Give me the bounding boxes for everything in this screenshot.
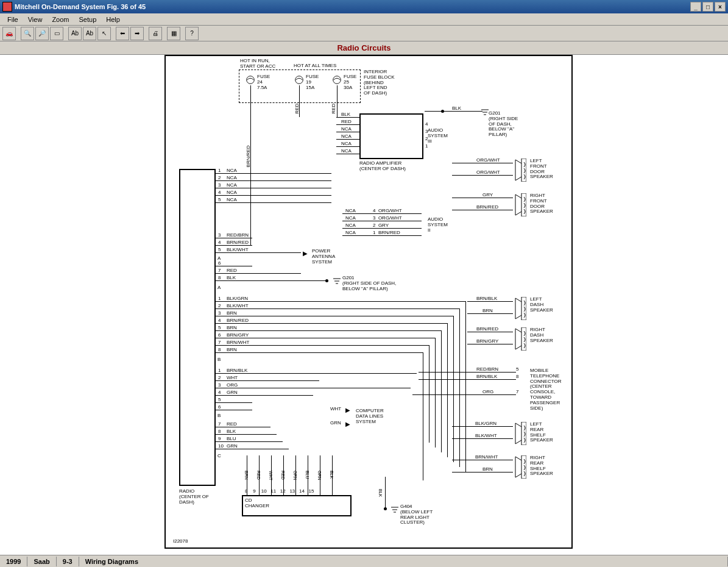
menu-setup[interactable]: Setup — [74, 15, 102, 24]
tb-text1-icon[interactable]: Ab — [68, 27, 82, 40]
menu-bar: File View Zoom Setup Help — [0, 13, 728, 26]
label-radio-amp: RADIO AMPLIFIER (CENTER OF DASH) — [359, 161, 406, 172]
wire-nca: NCA — [341, 127, 352, 132]
svg-rect-3 — [521, 159, 526, 182]
minimize-button[interactable]: _ — [690, 2, 701, 12]
label-radio: RADIO (CENTER OF DASH) — [179, 489, 209, 505]
label-interior-block: INTERIOR FUSE BLOCK (BEHIND LEFT END OF … — [364, 70, 395, 96]
diagram-canvas: HOT IN RUN, START OR ACC HOT AT ALL TIME… — [0, 55, 728, 555]
wire-brnwht-rr: BRN/WHT — [475, 455, 498, 460]
amp-pin1: 1 — [425, 144, 428, 149]
fuse-25-icon — [331, 74, 342, 85]
label-mobile: MOBILE TELEPHONE CONNECTOR (CENTER CONSO… — [530, 368, 561, 411]
svg-point-2 — [333, 76, 341, 84]
tb-zoom-in-icon[interactable]: 🔎 — [35, 27, 49, 40]
maximize-button[interactable]: □ — [702, 2, 713, 12]
pin-e9: 9 — [218, 437, 221, 442]
wire-org-mb: ORG — [482, 390, 493, 395]
pin-a4: 4 — [218, 190, 221, 196]
pin-d1: 1 — [218, 368, 221, 374]
wire — [447, 323, 448, 457]
wire — [332, 455, 333, 495]
wire-brnblk: BRN/BLK — [227, 368, 247, 374]
sys2-2: 2 GRY — [373, 223, 389, 229]
tb-page-icon[interactable]: ▦ — [167, 27, 180, 40]
pin-c8: 8 — [218, 348, 221, 353]
label-hot-run: HOT IN RUN, START OR ACC — [240, 59, 275, 70]
wire-red-v2: RED — [331, 104, 337, 114]
tb-help-icon[interactable]: ? — [185, 27, 199, 40]
pin-e10: 10 — [218, 444, 224, 449]
tb-print-icon[interactable]: 🖨 — [149, 27, 162, 40]
cd-wire-brn: BRN — [244, 471, 249, 480]
diagram-frame: HOT IN RUN, START OR ACC HOT AT ALL TIME… — [164, 55, 573, 549]
status-make: Saab — [27, 557, 56, 566]
lf-speaker-icon — [513, 159, 526, 182]
label-ld-spk: LEFT DASH SPEAKER — [530, 297, 553, 313]
close-button[interactable]: × — [715, 2, 726, 12]
pin-e7: 7 — [218, 422, 221, 427]
wire — [423, 352, 423, 480]
wire — [441, 330, 442, 452]
label-g404: G404 (BELOW LEFT REAR LIGHT CLUSTER) — [400, 504, 433, 526]
wire-orgwht-lf: ORG/WHT — [476, 158, 500, 163]
wire-brnred2: BRN/RED — [227, 318, 249, 324]
wire — [216, 352, 423, 353]
pin-b3: 3 — [218, 233, 221, 238]
wire-brn: BRN — [227, 311, 237, 316]
wire-blk-g404: BLK — [378, 489, 383, 497]
wire-brnred-rf: BRN/RED — [476, 205, 498, 210]
svg-rect-4 — [521, 193, 526, 216]
wire-a3: NCA — [227, 183, 237, 188]
svg-point-0 — [247, 76, 255, 84]
wire-red2: RED — [227, 422, 237, 427]
fuse-19-icon — [294, 74, 305, 85]
wire — [419, 372, 516, 373]
wire — [216, 301, 465, 302]
ground-g404-icon — [391, 506, 398, 513]
tb-text2-icon[interactable]: Ab — [83, 27, 96, 40]
cd-wire-grn2: GRN — [317, 471, 322, 480]
pin-a2: 2 — [218, 176, 221, 181]
amp-pin3: 3 — [425, 129, 428, 135]
pin-c2: 2 — [218, 304, 221, 309]
menu-help[interactable]: Help — [101, 15, 125, 24]
title-bar: Mitchell On-Demand System Fig. 36 of 45 … — [0, 0, 728, 13]
wire — [216, 266, 252, 266]
wire-nca-s1: NCA — [345, 209, 356, 214]
wire-brnwht: BRN/WHT — [227, 340, 249, 346]
status-model: 9-3 — [57, 557, 79, 566]
wire-brn3: BRN — [227, 348, 237, 353]
tb-back-icon[interactable]: ⬅ — [116, 27, 129, 40]
wire-wht-cdl: WHT — [330, 407, 341, 412]
wire-redbrn-mb: RED/BRN — [476, 367, 498, 373]
label-rf-spk: RIGHT FRONT DOOR SPEAKER — [530, 193, 553, 215]
tb-zoom-out-icon[interactable]: 🔍 — [21, 27, 34, 40]
wire-blkwht: BLK/WHT — [227, 248, 249, 253]
wire-blkgrn: BLK/GRN — [227, 296, 248, 302]
wire — [337, 85, 337, 117]
tb-zoom-fit-icon[interactable]: ▭ — [50, 27, 63, 40]
pin-a5: 5 — [218, 198, 221, 203]
wire-brnred-rd: BRN/RED — [476, 327, 498, 332]
wire — [412, 394, 516, 395]
wire-redbrn: RED/BRN — [227, 233, 249, 238]
tb-car-icon[interactable]: 🚗 — [2, 27, 16, 40]
menu-zoom[interactable]: Zoom — [47, 15, 74, 24]
pin-b7: 7 — [218, 268, 221, 274]
cd-wire-wht: WHT — [268, 471, 273, 480]
menu-file[interactable]: File — [2, 15, 23, 24]
label-fuse24: FUSE 24 7.5A — [257, 74, 270, 90]
tb-pointer-icon[interactable]: ↖ — [97, 27, 111, 40]
menu-view[interactable]: View — [23, 15, 48, 24]
wire — [216, 330, 441, 331]
wire — [295, 455, 296, 495]
tb-fwd-icon[interactable]: ➡ — [130, 27, 144, 40]
pin-b5: 5 — [218, 248, 221, 253]
radio-amp-box — [359, 113, 423, 159]
label-fuse19: FUSE 19 15A — [306, 74, 319, 90]
amp-pins: 4 — [425, 122, 429, 127]
lr-speaker-icon — [513, 422, 526, 445]
label-lf-spk: LEFT FRONT DOOR SPEAKER — [530, 159, 553, 180]
radio-box — [179, 169, 216, 486]
